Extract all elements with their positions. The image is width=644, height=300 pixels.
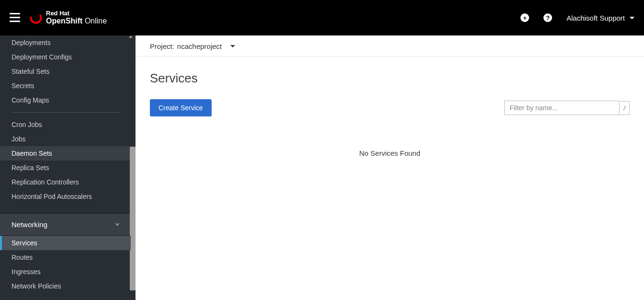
empty-state-message: No Services Found [150, 140, 630, 157]
caret-down-icon [630, 17, 634, 19]
sidebar-item-hpa[interactable]: Horizontal Pod Autoscalers [0, 189, 131, 204]
action-row: Create Service / [150, 99, 630, 116]
top-header: Red Hat OpenShift Online + ? Alachisoft … [0, 0, 644, 35]
nav-divider [11, 112, 119, 113]
main-content: Project: ncacheproject Services Create S… [136, 35, 644, 300]
redhat-icon [30, 12, 42, 24]
sidebar: Deployments Deployment Configs Stateful … [0, 35, 136, 300]
sidebar-item-deployment-configs[interactable]: Deployment Configs [0, 50, 131, 64]
sidebar-item-stateful-sets[interactable]: Stateful Sets [0, 64, 131, 79]
project-label: Project: [150, 42, 174, 50]
section-label: Networking [11, 220, 47, 229]
sidebar-item-network-policies[interactable]: Network Policies [0, 279, 131, 293]
sidebar-item-ingresses[interactable]: Ingresses [0, 265, 131, 279]
help-icon[interactable]: ? [543, 13, 552, 22]
filter-input[interactable] [504, 101, 619, 115]
sidebar-section-networking[interactable]: Networking [0, 214, 131, 235]
scrollbar-thumb[interactable] [130, 147, 136, 290]
filter-shortcut-hint: / [619, 101, 630, 115]
header-left: Red Hat OpenShift Online [10, 10, 107, 25]
sidebar-item-replication-controllers[interactable]: Replication Controllers [0, 175, 131, 189]
filter-wrap: / [504, 101, 630, 115]
sidebar-item-routes[interactable]: Routes [0, 250, 131, 265]
sidebar-item-deployments[interactable]: Deployments [0, 35, 131, 50]
sidebar-item-jobs[interactable]: Jobs [0, 132, 131, 146]
sidebar-item-services[interactable]: Services [0, 236, 131, 250]
svg-point-0 [30, 12, 42, 24]
caret-down-icon [230, 45, 235, 47]
chevron-down-icon [115, 223, 119, 226]
brand-bottom: OpenShift Online [46, 17, 107, 25]
scroll-up-icon[interactable] [129, 35, 133, 38]
sidebar-item-config-maps[interactable]: Config Maps [0, 93, 131, 107]
brand-logo[interactable]: Red Hat OpenShift Online [30, 10, 107, 25]
create-service-button[interactable]: Create Service [150, 99, 212, 116]
sidebar-item-cron-jobs[interactable]: Cron Jobs [0, 117, 131, 132]
sidebar-item-replica-sets[interactable]: Replica Sets [0, 161, 131, 175]
brand-top: Red Hat [46, 10, 107, 17]
user-menu[interactable]: Alachisoft Support [566, 14, 634, 22]
header-right: + ? Alachisoft Support [520, 13, 634, 22]
page-title: Services [150, 71, 630, 86]
user-label: Alachisoft Support [566, 14, 625, 22]
sidebar-item-secrets[interactable]: Secrets [0, 79, 131, 93]
hamburger-menu-icon[interactable] [10, 13, 20, 22]
project-selector[interactable]: Project: ncacheproject [136, 35, 644, 57]
project-name: ncacheproject [177, 42, 222, 50]
add-icon[interactable]: + [520, 13, 529, 22]
brand-text: Red Hat OpenShift Online [46, 10, 107, 25]
sidebar-item-daemon-sets[interactable]: Daemon Sets [0, 146, 131, 161]
